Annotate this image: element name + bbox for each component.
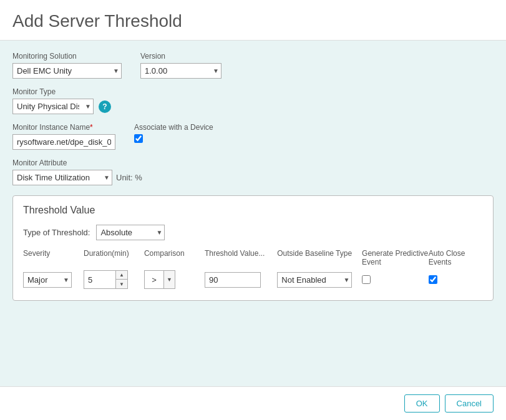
- content-area: Monitoring Solution Dell EMC Unity Other…: [0, 41, 506, 386]
- associate-checkbox-wrapper: [134, 134, 213, 143]
- auto-close-cell: [429, 275, 483, 284]
- col-comparison: Comparison: [144, 249, 205, 266]
- threshold-table-header: Severity Duration(min) Comparison Thresh…: [23, 249, 483, 266]
- duration-input[interactable]: [84, 271, 115, 288]
- monitoring-version-row: Monitoring Solution Dell EMC Unity Other…: [12, 52, 494, 79]
- comparison-wrapper[interactable]: ▼: [144, 270, 175, 289]
- monitoring-solution-group: Monitoring Solution Dell EMC Unity Other…: [12, 52, 122, 79]
- monitor-type-wrapper[interactable]: Unity Physical Disk Unity LUN Unity NAS …: [12, 99, 94, 114]
- comparison-cell: ▼: [144, 270, 205, 289]
- footer: OK Cancel: [0, 386, 506, 420]
- ok-button[interactable]: OK: [404, 394, 440, 413]
- monitoring-solution-select[interactable]: Dell EMC Unity Other Solution: [12, 63, 122, 79]
- required-asterisk: *: [90, 123, 93, 132]
- help-icon[interactable]: ?: [99, 100, 111, 113]
- monitor-attribute-row: Disk Time Utilization Read IOPS Write IO…: [12, 170, 494, 185]
- severity-wrapper[interactable]: Critical Major Minor Warning ▼: [23, 272, 72, 288]
- associate-group: Associate with a Device: [134, 123, 213, 143]
- monitor-instance-input[interactable]: [12, 134, 115, 150]
- comparison-dropdown-button[interactable]: ▼: [163, 271, 175, 288]
- col-severity: Severity: [23, 249, 84, 266]
- generate-predictive-wrapper: [362, 275, 371, 284]
- severity-select[interactable]: Critical Major Minor Warning: [23, 272, 72, 288]
- page-title: Add Server Threshold: [0, 0, 506, 41]
- outside-baseline-wrapper[interactable]: Not Enabled Above Below Both ▼: [277, 272, 352, 288]
- associate-checkbox[interactable]: [134, 134, 143, 143]
- monitoring-solution-wrapper[interactable]: Dell EMC Unity Other Solution ▼: [12, 63, 122, 79]
- threshold-value-cell: [205, 272, 277, 288]
- cancel-button[interactable]: Cancel: [445, 394, 494, 413]
- severity-cell: Critical Major Minor Warning ▼: [23, 272, 84, 288]
- duration-down-button[interactable]: ▼: [116, 280, 127, 288]
- threshold-section: Threshold Value Type of Threshold: Absol…: [12, 195, 494, 301]
- col-outside-baseline: Outside Baseline Type: [277, 249, 362, 266]
- threshold-type-row: Type of Threshold: Absolute Relative ▼: [23, 225, 483, 240]
- version-label: Version: [140, 52, 221, 61]
- threshold-type-select[interactable]: Absolute Relative: [96, 225, 165, 240]
- duration-up-button[interactable]: ▲: [116, 271, 127, 280]
- version-select[interactable]: 1.0.00 2.0.00: [140, 63, 221, 79]
- duration-spinner[interactable]: ▲ ▼: [84, 270, 128, 289]
- version-group: Version 1.0.00 2.0.00 ▼: [140, 52, 221, 79]
- auto-close-checkbox[interactable]: [429, 275, 437, 284]
- monitor-instance-group: Monitor Instance Name*: [12, 123, 115, 150]
- outside-baseline-select[interactable]: Not Enabled Above Below Both: [277, 272, 352, 288]
- associate-label: Associate with a Device: [134, 123, 213, 132]
- monitor-type-label: Monitor Type: [12, 87, 494, 96]
- monitor-attribute-label: Monitor Attribute: [12, 159, 494, 167]
- unit-label: Unit: %: [116, 173, 142, 182]
- threshold-data-row: Critical Major Minor Warning ▼ ▲ ▼: [23, 270, 483, 289]
- threshold-type-label: Type of Threshold:: [23, 228, 90, 237]
- duration-cell: ▲ ▼: [84, 270, 144, 289]
- col-generate-predictive: Generate Predictive Event: [362, 249, 429, 266]
- threshold-type-wrapper[interactable]: Absolute Relative ▼: [96, 225, 165, 240]
- monitor-type-select[interactable]: Unity Physical Disk Unity LUN Unity NAS: [12, 99, 94, 114]
- monitor-instance-label: Monitor Instance Name*: [12, 123, 115, 132]
- outside-baseline-cell: Not Enabled Above Below Both ▼: [277, 272, 362, 288]
- monitor-type-group: Monitor Type Unity Physical Disk Unity L…: [12, 87, 494, 114]
- instance-associate-row: Monitor Instance Name* Associate with a …: [12, 123, 494, 150]
- auto-close-wrapper: [429, 275, 437, 284]
- threshold-value-input[interactable]: [205, 272, 261, 288]
- monitor-type-row: Unity Physical Disk Unity LUN Unity NAS …: [12, 99, 494, 114]
- monitor-attribute-select[interactable]: Disk Time Utilization Read IOPS Write IO…: [12, 170, 112, 185]
- monitor-attribute-group: Monitor Attribute Disk Time Utilization …: [12, 159, 494, 185]
- generate-predictive-checkbox[interactable]: [362, 275, 371, 284]
- col-auto-close: Auto Close Events: [429, 249, 483, 266]
- col-threshold-value: Threshold Value...: [205, 249, 277, 266]
- generate-predictive-cell: [362, 275, 429, 284]
- version-wrapper[interactable]: 1.0.00 2.0.00 ▼: [140, 63, 221, 79]
- monitoring-solution-label: Monitoring Solution: [12, 52, 122, 61]
- duration-arrows: ▲ ▼: [115, 271, 127, 288]
- threshold-section-title: Threshold Value: [23, 205, 95, 216]
- monitor-attribute-wrapper[interactable]: Disk Time Utilization Read IOPS Write IO…: [12, 170, 112, 185]
- col-duration: Duration(min): [84, 249, 144, 266]
- comparison-input[interactable]: [145, 273, 163, 287]
